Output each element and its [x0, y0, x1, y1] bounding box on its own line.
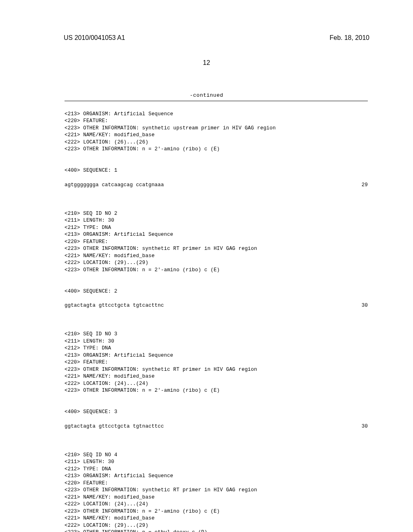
seq-line: <210> SEQ ID NO 3 — [65, 331, 117, 337]
sequence-data: ggtactagta gttcctgcta tgtnacttcc — [65, 423, 352, 430]
seq-line: <212> TYPE: DNA — [65, 345, 111, 351]
sequence-length: 29 — [352, 182, 368, 189]
seq-line: <222> LOCATION: (29)...(29) — [65, 523, 148, 528]
seq-line: <223> OTHER INFORMATION: synthetic upstr… — [65, 125, 276, 131]
sequence-block: <210> SEQ ID NO 3 <211> LENGTH: 30 <212>… — [65, 324, 368, 402]
seq-line: <223> OTHER INFORMATION: n = 2'-amino (r… — [65, 388, 220, 393]
seq-line: <213> ORGANISM: Artificial Sequence — [65, 473, 173, 479]
sequence-label: <400> SEQUENCE: 1 — [65, 167, 368, 175]
seq-line: <213> ORGANISM: Artificial Sequence — [65, 353, 173, 358]
seq-line: <220> FEATURE: — [65, 239, 108, 245]
seq-line: <213> ORGANISM: Artificial Sequence — [65, 232, 173, 237]
publication-date: Feb. 18, 2010 — [330, 34, 369, 42]
seq-line: <212> TYPE: DNA — [65, 466, 111, 472]
sequence-length: 30 — [352, 423, 368, 430]
seq-line: <212> TYPE: DNA — [65, 225, 111, 231]
seq-line: <223> OTHER INFORMATION: synthetic RT pr… — [65, 246, 257, 251]
seq-line: <221> NAME/KEY: modified_base — [65, 374, 154, 379]
seq-line: <223> OTHER INFORMATION: synthetic RT pr… — [65, 367, 257, 372]
page-number: 12 — [0, 59, 413, 66]
seq-line: <221> NAME/KEY: modified_base — [65, 495, 154, 500]
seq-line: <223> OTHER INFORMATION: n = 2'-amino (r… — [65, 146, 220, 152]
sequence-block: <210> SEQ ID NO 4 <211> LENGTH: 30 <212>… — [65, 445, 368, 532]
publication-number: US 2010/0041053 A1 — [64, 34, 125, 42]
seq-line: <223> OTHER INFORMATION: n = ethyl-deoxy… — [65, 530, 207, 532]
seq-line: <221> NAME/KEY: modified_base — [65, 132, 154, 138]
seq-line: <222> LOCATION: (26)...(26) — [65, 139, 148, 145]
divider — [65, 101, 368, 101]
sequence-block: <210> SEQ ID NO 2 <211> LENGTH: 30 <212>… — [65, 203, 368, 281]
seq-line: <210> SEQ ID NO 2 — [65, 211, 117, 216]
seq-line: <210> SEQ ID NO 4 — [65, 452, 117, 458]
seq-line: <211> LENGTH: 30 — [65, 459, 114, 465]
seq-line: <220> FEATURE: — [65, 118, 108, 124]
sequence-data: agtggggggga catcaagcag ccatgnaaa — [65, 182, 352, 189]
seq-line: <211> LENGTH: 30 — [65, 218, 114, 223]
continued-label: -continued — [0, 92, 413, 98]
seq-line: <223> OTHER INFORMATION: synthetic RT pr… — [65, 487, 257, 493]
seq-line: <223> OTHER INFORMATION: n = 2'-amino (r… — [65, 509, 220, 514]
sequence-data: ggtactagta gttcctgcta tgtcacttnc — [65, 302, 352, 310]
seq-line: <211> LENGTH: 30 — [65, 339, 114, 344]
sequence-label: <400> SEQUENCE: 3 — [65, 409, 368, 416]
sequence-block: <213> ORGANISM: Artificial Sequence <220… — [65, 104, 368, 160]
seq-line: <220> FEATURE: — [65, 480, 108, 486]
sequence-label: <400> SEQUENCE: 2 — [65, 288, 368, 295]
seq-line: <222> LOCATION: (24)...(24) — [65, 381, 148, 387]
seq-line: <222> LOCATION: (29)...(29) — [65, 260, 148, 266]
seq-line: <213> ORGANISM: Artificial Sequence — [65, 111, 173, 117]
seq-line: <221> NAME/KEY: modified_base — [65, 515, 154, 521]
seq-line: <220> FEATURE: — [65, 360, 108, 365]
seq-line: <222> LOCATION: (24)...(24) — [65, 501, 148, 507]
sequence-length: 30 — [352, 302, 368, 310]
seq-line: <221> NAME/KEY: modified_base — [65, 253, 154, 259]
seq-line: <223> OTHER INFORMATION: n = 2'-amino (r… — [65, 267, 220, 273]
